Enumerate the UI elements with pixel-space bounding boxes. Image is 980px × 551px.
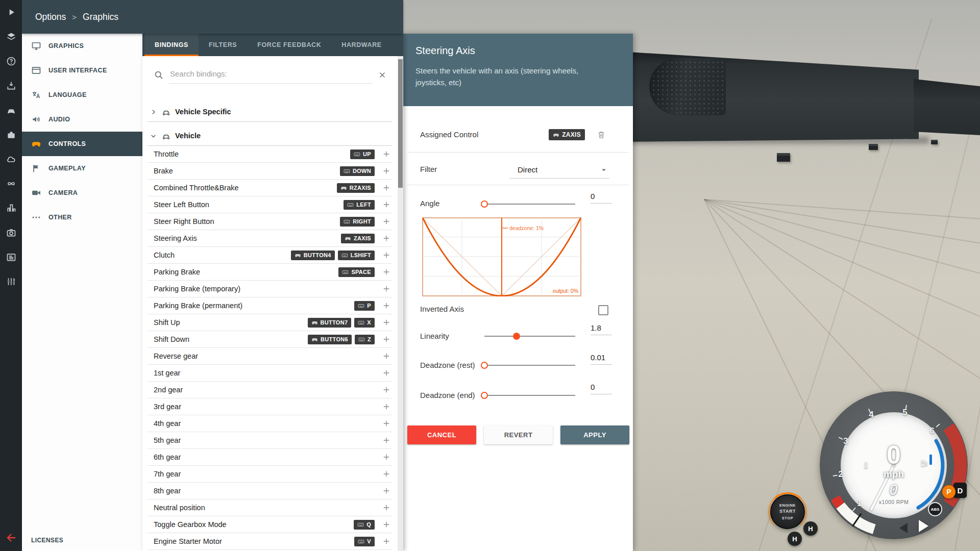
back-button[interactable] bbox=[0, 532, 22, 544]
add-binding-icon[interactable] bbox=[382, 183, 391, 192]
binding-row-steer-right-button[interactable]: Steer Right ButtonRIGHT bbox=[148, 213, 392, 230]
add-binding-icon[interactable] bbox=[382, 436, 391, 445]
bindings-scrollbar[interactable] bbox=[398, 56, 403, 551]
binding-row-parking-brake[interactable]: Parking BrakeSPACE bbox=[148, 264, 392, 281]
inverted-axis-checkbox[interactable] bbox=[598, 305, 608, 315]
parking-brake-indicator[interactable]: P bbox=[942, 485, 955, 498]
add-binding-icon[interactable] bbox=[382, 368, 391, 378]
linearity-slider[interactable] bbox=[484, 332, 575, 340]
tab-bindings[interactable]: BINDINGS bbox=[144, 34, 199, 56]
tab-filters[interactable]: FILTERS bbox=[199, 34, 247, 56]
rail-vehicles-button[interactable] bbox=[6, 98, 16, 122]
add-binding-icon[interactable] bbox=[382, 149, 391, 159]
rail-install-button[interactable] bbox=[6, 73, 16, 98]
rail-layers-button[interactable] bbox=[6, 24, 16, 49]
add-binding-icon[interactable] bbox=[382, 301, 391, 310]
add-binding-icon[interactable] bbox=[382, 469, 391, 479]
rail-mods-button[interactable] bbox=[6, 122, 16, 147]
turn-signal-right-icon[interactable] bbox=[919, 520, 928, 532]
rail-help-button[interactable] bbox=[6, 49, 16, 73]
deadzone-end-slider[interactable] bbox=[484, 391, 575, 399]
angle-value[interactable]: 0 bbox=[591, 192, 612, 204]
sidebar-item-camera[interactable]: CAMERA bbox=[22, 181, 142, 205]
sidebar-item-language[interactable]: LANGUAGE bbox=[22, 83, 142, 107]
slider-thumb[interactable] bbox=[481, 362, 488, 369]
add-binding-icon[interactable] bbox=[382, 352, 391, 361]
add-binding-icon[interactable] bbox=[382, 200, 391, 209]
binding-row-8th-gear[interactable]: 8th gear bbox=[148, 483, 392, 499]
sidebar-item-audio[interactable]: AUDIO bbox=[22, 107, 142, 132]
breadcrumb-options[interactable]: Options bbox=[35, 12, 66, 22]
deadzone-rest-slider[interactable] bbox=[484, 361, 575, 369]
rail-play-button[interactable] bbox=[6, 0, 16, 24]
add-binding-icon[interactable] bbox=[382, 402, 391, 411]
add-binding-icon[interactable] bbox=[382, 318, 391, 327]
add-binding-icon[interactable] bbox=[382, 453, 391, 462]
rail-news-button[interactable] bbox=[6, 245, 16, 269]
sidebar-item-user-interface[interactable]: USER INTERFACE bbox=[22, 58, 142, 83]
binding-row-brake[interactable]: BrakeDOWN bbox=[148, 163, 392, 180]
binding-row-shift-up[interactable]: Shift UpBUTTON7X bbox=[148, 314, 392, 331]
binding-row-parking-brake-temporary-[interactable]: Parking Brake (temporary) bbox=[148, 281, 392, 297]
slider-thumb[interactable] bbox=[481, 201, 488, 208]
add-binding-icon[interactable] bbox=[382, 486, 391, 495]
add-binding-icon[interactable] bbox=[382, 267, 391, 277]
binding-group-vehicle-specific[interactable]: Vehicle Specific bbox=[148, 102, 392, 122]
angle-slider[interactable] bbox=[484, 200, 575, 208]
slider-thumb[interactable] bbox=[481, 392, 488, 399]
engine-start-stop-button[interactable]: ENGINE START STOP bbox=[770, 494, 805, 529]
sidebar-item-graphics[interactable]: GRAPHICS bbox=[22, 34, 142, 58]
add-binding-icon[interactable] bbox=[382, 503, 391, 512]
binding-row-parking-brake-permanent-[interactable]: Parking Brake (permanent)P bbox=[148, 297, 392, 314]
binding-row-shift-down[interactable]: Shift DownBUTTON6Z bbox=[148, 331, 392, 348]
binding-row-5th-gear[interactable]: 5th gear bbox=[148, 432, 392, 449]
hitch-button[interactable]: H bbox=[788, 532, 802, 546]
scrollbar-thumb[interactable] bbox=[398, 59, 403, 188]
sidebar-item-other[interactable]: OTHER bbox=[22, 205, 142, 230]
rail-multiplayer-button[interactable] bbox=[6, 171, 16, 196]
sidebar-item-gameplay[interactable]: GAMEPLAY bbox=[22, 156, 142, 181]
binding-row-4th-gear[interactable]: 4th gear bbox=[148, 415, 392, 432]
binding-row-engine-starter-motor[interactable]: Engine Starter MotorV bbox=[148, 533, 392, 550]
binding-row-clutch[interactable]: ClutchBUTTON4LSHIFT bbox=[148, 247, 392, 264]
deadzone-end-value[interactable]: 0 bbox=[591, 383, 612, 394]
revert-button[interactable]: REVERT bbox=[484, 425, 553, 444]
tab-force-feedback[interactable]: FORCE FEEDBACK bbox=[247, 34, 331, 56]
binding-row-7th-gear[interactable]: 7th gear bbox=[148, 466, 392, 483]
add-binding-icon[interactable] bbox=[382, 419, 391, 428]
sidebar-item-controls[interactable]: CONTROLS bbox=[22, 132, 142, 156]
binding-row-combined-throttle-brake[interactable]: Combined Throttle&BrakeRZAXIS bbox=[148, 180, 392, 196]
trash-icon[interactable] bbox=[597, 130, 606, 139]
cancel-button[interactable]: CANCEL bbox=[407, 425, 476, 444]
binding-row-neutral-position[interactable]: Neutral position bbox=[148, 499, 392, 516]
linearity-value[interactable]: 1.8 bbox=[591, 323, 612, 335]
binding-group-vehicle[interactable]: Vehicle bbox=[148, 126, 392, 146]
add-binding-icon[interactable] bbox=[382, 166, 391, 176]
binding-row-2nd-gear[interactable]: 2nd gear bbox=[148, 382, 392, 398]
add-binding-icon[interactable] bbox=[382, 251, 391, 260]
rail-screenshots-button[interactable] bbox=[6, 220, 16, 245]
binding-row-toggle-gearbox-mode[interactable]: Toggle Gearbox ModeQ bbox=[148, 516, 392, 533]
horn-button[interactable]: H bbox=[803, 521, 818, 536]
binding-row-steering-axis[interactable]: Steering AxisZAXIS bbox=[148, 230, 392, 247]
rail-levels-button[interactable] bbox=[6, 196, 16, 220]
slider-thumb[interactable] bbox=[513, 333, 520, 340]
filter-select[interactable]: Direct bbox=[509, 161, 609, 179]
deadzone-rest-value[interactable]: 0.01 bbox=[591, 353, 612, 365]
add-binding-icon[interactable] bbox=[382, 284, 391, 293]
add-binding-icon[interactable] bbox=[382, 520, 391, 529]
binding-row-1st-gear[interactable]: 1st gear bbox=[148, 365, 392, 382]
binding-row-reverse-gear[interactable]: Reverse gear bbox=[148, 348, 392, 365]
add-binding-icon[interactable] bbox=[382, 234, 391, 243]
binding-row-3rd-gear[interactable]: 3rd gear bbox=[148, 398, 392, 415]
binding-row-throttle[interactable]: ThrottleUP bbox=[148, 146, 392, 163]
turn-signal-left-icon[interactable] bbox=[899, 523, 908, 533]
clear-search-icon[interactable] bbox=[378, 70, 387, 80]
add-binding-icon[interactable] bbox=[382, 217, 391, 226]
binding-row-6th-gear[interactable]: 6th gear bbox=[148, 449, 392, 466]
rail-tuning-button[interactable] bbox=[6, 269, 16, 294]
tab-hardware[interactable]: HARDWARE bbox=[331, 34, 391, 56]
binding-row-steer-left-button[interactable]: Steer Left ButtonLEFT bbox=[148, 196, 392, 213]
add-binding-icon[interactable] bbox=[382, 537, 391, 546]
apply-button[interactable]: APPLY bbox=[560, 425, 629, 444]
